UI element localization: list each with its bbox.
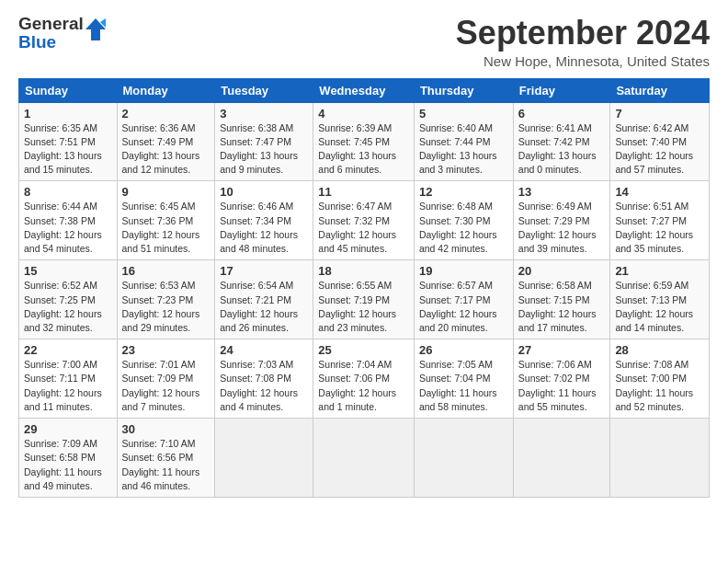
day-detail: Sunrise: 6:44 AMSunset: 7:38 PMDaylight:… <box>24 201 102 254</box>
day-cell: 21 Sunrise: 6:59 AMSunset: 7:13 PMDaylig… <box>610 260 710 339</box>
logo-general: General <box>18 15 84 33</box>
day-number: 18 <box>318 264 409 278</box>
day-number: 19 <box>419 264 508 278</box>
day-cell: 5 Sunrise: 6:40 AMSunset: 7:44 PMDayligh… <box>414 102 513 181</box>
day-detail: Sunrise: 7:00 AMSunset: 7:11 PMDaylight:… <box>24 359 102 412</box>
week-row-4: 22 Sunrise: 7:00 AMSunset: 7:11 PMDaylig… <box>19 339 710 419</box>
day-number: 13 <box>518 185 606 199</box>
day-detail: Sunrise: 6:54 AMSunset: 7:21 PMDaylight:… <box>220 280 298 333</box>
day-number: 9 <box>122 185 210 199</box>
day-detail: Sunrise: 6:40 AMSunset: 7:44 PMDaylight:… <box>419 122 497 176</box>
col-tuesday: Tuesday <box>215 78 313 102</box>
day-number: 27 <box>518 343 606 357</box>
col-saturday: Saturday <box>610 78 710 102</box>
day-cell: 6 Sunrise: 6:41 AMSunset: 7:42 PMDayligh… <box>513 102 610 181</box>
logo: General Blue <box>18 15 106 52</box>
day-cell: 27 Sunrise: 7:06 AMSunset: 7:02 PMDaylig… <box>513 339 610 419</box>
col-monday: Monday <box>117 78 215 102</box>
day-detail: Sunrise: 6:46 AMSunset: 7:34 PMDaylight:… <box>220 201 298 254</box>
day-number: 30 <box>122 422 210 436</box>
day-cell: 7 Sunrise: 6:42 AMSunset: 7:40 PMDayligh… <box>610 102 710 181</box>
day-number: 8 <box>24 185 112 199</box>
day-cell <box>610 419 710 498</box>
day-cell: 1 Sunrise: 6:35 AMSunset: 7:51 PMDayligh… <box>19 102 118 181</box>
day-number: 24 <box>220 343 308 357</box>
day-detail: Sunrise: 7:06 AMSunset: 7:02 PMDaylight:… <box>518 359 597 412</box>
day-cell <box>414 419 513 498</box>
day-detail: Sunrise: 7:05 AMSunset: 7:04 PMDaylight:… <box>419 359 497 412</box>
day-cell: 18 Sunrise: 6:55 AMSunset: 7:19 PMDaylig… <box>313 260 415 339</box>
day-number: 14 <box>615 185 704 199</box>
day-number: 10 <box>220 185 308 199</box>
header-row: Sunday Monday Tuesday Wednesday Thursday… <box>19 78 710 102</box>
day-number: 6 <box>518 107 606 121</box>
header-area: General Blue September 2024 New Hope, Mi… <box>18 15 710 69</box>
day-detail: Sunrise: 7:01 AMSunset: 7:09 PMDaylight:… <box>122 359 200 412</box>
day-cell: 24 Sunrise: 7:03 AMSunset: 7:08 PMDaylig… <box>215 339 313 419</box>
page-container: General Blue September 2024 New Hope, Mi… <box>0 0 728 507</box>
day-number: 26 <box>419 343 508 357</box>
logo-bird-icon <box>85 17 106 46</box>
day-cell: 22 Sunrise: 7:00 AMSunset: 7:11 PMDaylig… <box>19 339 118 419</box>
day-cell: 2 Sunrise: 6:36 AMSunset: 7:49 PMDayligh… <box>117 102 215 181</box>
logo-blue: Blue <box>18 33 84 52</box>
day-number: 4 <box>318 107 409 121</box>
col-thursday: Thursday <box>414 78 513 102</box>
day-cell: 16 Sunrise: 6:53 AMSunset: 7:23 PMDaylig… <box>117 260 215 339</box>
day-number: 11 <box>318 185 409 199</box>
week-row-3: 15 Sunrise: 6:52 AMSunset: 7:25 PMDaylig… <box>19 260 710 339</box>
day-cell: 30 Sunrise: 7:10 AMSunset: 6:56 PMDaylig… <box>117 419 215 498</box>
day-detail: Sunrise: 6:51 AMSunset: 7:27 PMDaylight:… <box>615 201 693 254</box>
day-detail: Sunrise: 6:39 AMSunset: 7:45 PMDaylight:… <box>318 122 396 176</box>
day-cell: 9 Sunrise: 6:45 AMSunset: 7:36 PMDayligh… <box>117 181 215 260</box>
day-detail: Sunrise: 6:52 AMSunset: 7:25 PMDaylight:… <box>24 280 102 333</box>
day-detail: Sunrise: 6:36 AMSunset: 7:49 PMDaylight:… <box>122 122 200 176</box>
day-number: 3 <box>220 107 308 121</box>
day-number: 25 <box>318 343 409 357</box>
day-cell: 23 Sunrise: 7:01 AMSunset: 7:09 PMDaylig… <box>117 339 215 419</box>
day-number: 16 <box>122 264 210 278</box>
week-row-5: 29 Sunrise: 7:09 AMSunset: 6:58 PMDaylig… <box>19 419 710 498</box>
day-detail: Sunrise: 7:09 AMSunset: 6:58 PMDaylight:… <box>24 438 102 491</box>
day-number: 21 <box>615 264 704 278</box>
day-number: 1 <box>24 107 112 121</box>
day-number: 17 <box>220 264 308 278</box>
col-sunday: Sunday <box>19 78 118 102</box>
day-number: 28 <box>615 343 704 357</box>
title-area: September 2024 New Hope, Minnesota, Unit… <box>456 15 710 69</box>
day-number: 20 <box>518 264 606 278</box>
day-detail: Sunrise: 7:03 AMSunset: 7:08 PMDaylight:… <box>220 359 298 412</box>
day-number: 7 <box>615 107 704 121</box>
calendar-table: Sunday Monday Tuesday Wednesday Thursday… <box>18 78 710 498</box>
day-detail: Sunrise: 6:53 AMSunset: 7:23 PMDaylight:… <box>122 280 200 333</box>
day-detail: Sunrise: 6:55 AMSunset: 7:19 PMDaylight:… <box>318 280 396 333</box>
day-number: 2 <box>122 107 210 121</box>
day-cell: 20 Sunrise: 6:58 AMSunset: 7:15 PMDaylig… <box>513 260 610 339</box>
day-cell <box>313 419 415 498</box>
day-detail: Sunrise: 6:58 AMSunset: 7:15 PMDaylight:… <box>518 280 597 333</box>
day-cell <box>513 419 610 498</box>
day-detail: Sunrise: 6:57 AMSunset: 7:17 PMDaylight:… <box>419 280 497 333</box>
day-cell: 11 Sunrise: 6:47 AMSunset: 7:32 PMDaylig… <box>313 181 415 260</box>
day-detail: Sunrise: 6:45 AMSunset: 7:36 PMDaylight:… <box>122 201 200 254</box>
day-cell: 25 Sunrise: 7:04 AMSunset: 7:06 PMDaylig… <box>313 339 415 419</box>
day-detail: Sunrise: 6:59 AMSunset: 7:13 PMDaylight:… <box>615 280 693 333</box>
day-detail: Sunrise: 7:04 AMSunset: 7:06 PMDaylight:… <box>318 359 396 412</box>
col-friday: Friday <box>513 78 610 102</box>
col-wednesday: Wednesday <box>313 78 415 102</box>
day-cell: 10 Sunrise: 6:46 AMSunset: 7:34 PMDaylig… <box>215 181 313 260</box>
day-cell <box>215 419 313 498</box>
day-cell: 8 Sunrise: 6:44 AMSunset: 7:38 PMDayligh… <box>19 181 118 260</box>
day-cell: 28 Sunrise: 7:08 AMSunset: 7:00 PMDaylig… <box>610 339 710 419</box>
day-number: 29 <box>24 422 112 436</box>
day-number: 22 <box>24 343 112 357</box>
day-cell: 29 Sunrise: 7:09 AMSunset: 6:58 PMDaylig… <box>19 419 118 498</box>
day-detail: Sunrise: 6:41 AMSunset: 7:42 PMDaylight:… <box>518 122 597 176</box>
day-detail: Sunrise: 7:10 AMSunset: 6:56 PMDaylight:… <box>122 438 200 491</box>
day-number: 5 <box>419 107 508 121</box>
day-cell: 12 Sunrise: 6:48 AMSunset: 7:30 PMDaylig… <box>414 181 513 260</box>
day-detail: Sunrise: 6:38 AMSunset: 7:47 PMDaylight:… <box>220 122 298 176</box>
day-detail: Sunrise: 6:47 AMSunset: 7:32 PMDaylight:… <box>318 201 396 254</box>
week-row-1: 1 Sunrise: 6:35 AMSunset: 7:51 PMDayligh… <box>19 102 710 181</box>
location-title: New Hope, Minnesota, United States <box>456 53 710 69</box>
